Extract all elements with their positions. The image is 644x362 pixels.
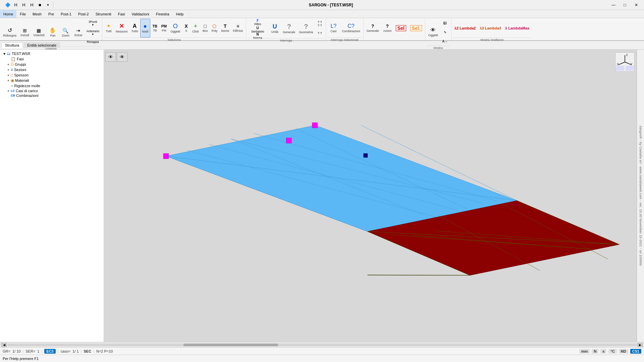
click-icon: +: [194, 23, 198, 29]
unit-n: N: [592, 349, 598, 354]
poly-button[interactable]: ⬡ Poly: [210, 19, 219, 38]
sel-azioni-button[interactable]: ? Azioni: [381, 19, 393, 38]
axis-indicator: Z X Y: [615, 52, 635, 72]
el-button[interactable]: El: [440, 19, 450, 27]
hscroll-thumb[interactable]: [183, 344, 278, 346]
box-button[interactable]: □ Box: [201, 19, 210, 38]
int-extra-2[interactable]: ? ?: [315, 29, 324, 38]
tree-sezioni[interactable]: + ≡ Sezioni: [1, 67, 102, 72]
x-sel-icon: X: [185, 24, 188, 28]
horizontal-scrollbar[interactable]: ◀ ▶: [0, 342, 644, 347]
tree-spessori[interactable]: + □ Spessori: [1, 72, 102, 78]
oggetti-mostra-button[interactable]: 👁 Oggetti: [427, 23, 440, 42]
lambdamax-button[interactable]: λ LambdaMax: [503, 19, 531, 38]
menu-mesh[interactable]: Mesh: [29, 10, 45, 18]
tab-entita[interactable]: Entità selezionate: [23, 42, 60, 48]
3punti-dropdown[interactable]: 3Punti▼: [85, 19, 101, 27]
hscroll-track[interactable]: [7, 344, 637, 346]
pm-button[interactable]: PM PM: [160, 19, 169, 38]
sep2: |: [41, 349, 42, 353]
lambda2-button[interactable]: λ2 Lambda2: [453, 19, 478, 38]
antiorario-dropdown[interactable]: Antiorario▼: [85, 28, 101, 37]
app-logo[interactable]: 🔷: [4, 1, 11, 9]
tutto-button[interactable]: A Tutto: [129, 19, 140, 38]
zoom-button[interactable]: 🔍 Zoom: [59, 23, 71, 42]
qa-btn-4[interactable]: ■: [36, 1, 44, 9]
el-group: El ✎ A→: [440, 19, 450, 46]
menu-strumenti[interactable]: Strumenti: [92, 10, 115, 18]
unita-button[interactable]: U Unità: [269, 19, 281, 38]
menu-finestra[interactable]: Finestra: [153, 10, 173, 18]
left-panel: ▼ 🗂 TEST.WSR 📋 Fasi + G Gruppi + ≡ Sezio…: [0, 50, 104, 342]
tree-gruppi[interactable]: + G Gruppi: [1, 62, 102, 67]
lambda3-button[interactable]: λ3 Lambda3: [478, 19, 503, 38]
menu-file[interactable]: File: [16, 10, 29, 18]
qa-btn-1[interactable]: H: [12, 1, 19, 9]
sel-red-button[interactable]: Sel: [394, 19, 408, 38]
ridisegna-button[interactable]: ↺ Ridisegna: [1, 23, 18, 42]
click-button[interactable]: + Click: [191, 19, 201, 38]
combinazioni-button[interactable]: C? Combinazioni: [340, 19, 362, 38]
oggetti-mostra-icon: 👁: [430, 27, 436, 33]
menu-help[interactable]: Help: [173, 10, 187, 18]
viewport[interactable]: 👁 👁: [104, 50, 644, 342]
vistestd-button[interactable]: ▦ VisteStd: [32, 23, 46, 42]
menu-post1[interactable]: Post-1: [57, 10, 75, 18]
version-text: Sargon® - by Castalia srl - www.castalia…: [639, 126, 642, 266]
tree-root[interactable]: ▼ 🗂 TEST.WSR: [1, 51, 102, 56]
int-extra-1[interactable]: ? ?? ?: [315, 19, 324, 28]
scroll-right-btn[interactable]: ▶: [637, 343, 643, 347]
edit2-button[interactable]: A→: [440, 37, 450, 46]
qa-btn-3[interactable]: H: [28, 1, 36, 9]
pan-button[interactable]: ✋ Pan: [47, 23, 59, 42]
tutto-icon: A: [133, 23, 137, 29]
filtro-button[interactable]: F Filtro: [248, 19, 268, 25]
tb-button[interactable]: TB TB: [151, 19, 159, 38]
int-extras: ? ?? ? ? ?: [315, 19, 324, 38]
includi-button[interactable]: ⊞ Includi: [19, 23, 31, 42]
x-sel-button[interactable]: X X: [182, 19, 190, 38]
generale-int-button[interactable]: ? Generale: [281, 19, 297, 38]
qa-btn-2[interactable]: H: [20, 1, 28, 9]
close-button[interactable]: ✕: [631, 2, 641, 8]
tree-combinazioni[interactable]: CB Combinazioni: [1, 93, 102, 98]
nome-button[interactable]: T Nome: [219, 19, 231, 38]
tree-fasi[interactable]: 📋 Fasi: [1, 56, 102, 62]
serbatoio-button[interactable]: U Serbatoio: [248, 26, 268, 33]
right-strip: Sargon® - by Castalia srl - www.castalia…: [637, 50, 644, 342]
fillfissi-button[interactable]: ≡ FillFissi: [231, 19, 245, 38]
nodi-button[interactable]: ● Nodi: [140, 19, 150, 38]
tree-materiali[interactable]: + ◉ Materiali: [1, 78, 102, 83]
norma-button[interactable]: N Norma: [248, 34, 268, 38]
menu-validazioni[interactable]: Validazioni: [128, 10, 153, 18]
menu-fasi[interactable]: Fasi: [115, 10, 128, 18]
menu-pre[interactable]: Pre: [45, 10, 57, 18]
edit1-button[interactable]: ✎: [440, 28, 450, 37]
ser-label: SER=: [25, 349, 35, 353]
nome-icon: T: [224, 24, 227, 28]
oggetti-sel-button[interactable]: O Oggetti: [169, 19, 182, 38]
sec-label: SEC: [84, 349, 91, 353]
casi-button[interactable]: L? Casi: [327, 19, 339, 38]
geometria-button[interactable]: ? Geometria: [297, 19, 315, 38]
tree-rigidezze[interactable]: ○ Rigidezze molle: [1, 83, 102, 88]
scroll-left-btn[interactable]: ◀: [1, 343, 7, 347]
qa-dropdown[interactable]: ▼: [44, 1, 52, 9]
maximize-button[interactable]: □: [620, 2, 630, 8]
rimappa-dropdown[interactable]: Rimappa: [85, 38, 101, 46]
svg-rect-11: [312, 123, 318, 128]
sel-orange-button[interactable]: Sel.: [409, 19, 424, 38]
estrai-button[interactable]: ⇥ Estrai: [72, 23, 84, 42]
menu-home[interactable]: Home: [0, 10, 16, 18]
nessuno-button[interactable]: ✕ Nessuno: [114, 19, 129, 38]
tutti-button[interactable]: ✦ Tutti: [104, 19, 114, 38]
pan-icon: ✋: [49, 28, 56, 33]
ser-value: 1: [37, 349, 39, 353]
nessuno-icon: ✕: [119, 23, 124, 29]
minimize-button[interactable]: —: [608, 2, 619, 8]
menu-bar: Home File Mesh Pre Post-1 Post-2 Strumen…: [0, 10, 644, 18]
tree-casi[interactable]: + LC Casi di carico: [1, 88, 102, 93]
tab-struttura[interactable]: Struttura: [1, 42, 23, 48]
sel-generale-button[interactable]: ? Generale: [365, 19, 381, 38]
menu-post2[interactable]: Post-2: [75, 10, 92, 18]
